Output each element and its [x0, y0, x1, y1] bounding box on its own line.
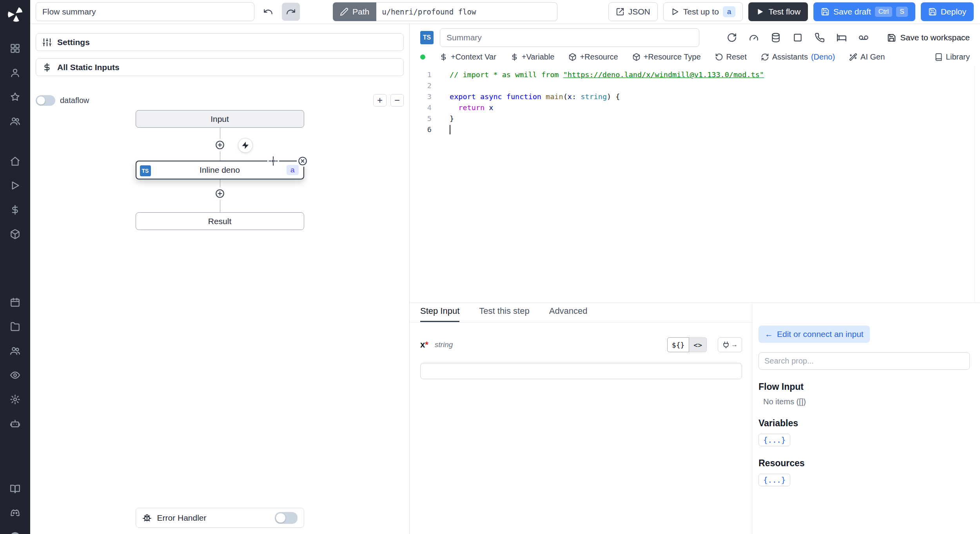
resources-object-button[interactable]: {...}	[759, 474, 790, 486]
ai-gen-button[interactable]: AI Gen	[849, 52, 885, 62]
arg-mode-toggle-group: ${} <>	[667, 337, 707, 352]
result-node[interactable]: Result	[136, 212, 304, 230]
json-button[interactable]: JSON	[608, 2, 658, 21]
phone-icon[interactable]	[815, 33, 825, 43]
insert-step-button[interactable]	[214, 139, 226, 151]
code-line-3[interactable]: 3export async function main(x: string) {	[410, 91, 980, 102]
home-icon[interactable]	[7, 154, 23, 168]
error-handler[interactable]: Error Handler	[136, 508, 304, 528]
github-icon[interactable]	[7, 530, 23, 534]
eye-icon[interactable]	[7, 367, 23, 382]
library-button[interactable]: Library	[935, 52, 970, 62]
expr-mode-button[interactable]: ${}	[667, 337, 690, 352]
resource-type-label: +Resource Type	[644, 52, 701, 62]
insert-step-button[interactable]	[214, 187, 226, 200]
deploy-button[interactable]: Deploy	[921, 2, 974, 21]
dataflow-toggle[interactable]	[36, 95, 55, 106]
users-icon[interactable]	[7, 343, 23, 358]
editor-scrollbar[interactable]	[975, 66, 980, 302]
toggle-knob	[276, 513, 285, 523]
database-icon[interactable]	[771, 33, 781, 43]
zoom-out-button[interactable]: −	[390, 94, 404, 107]
redo-button[interactable]	[282, 3, 300, 21]
ts-lang-badge: TS	[420, 31, 434, 44]
edit-path-button[interactable]: Path	[333, 2, 376, 21]
result-node-label: Result	[208, 217, 232, 226]
book-icon[interactable]	[7, 481, 23, 496]
search-prop-input[interactable]	[759, 352, 970, 370]
flow-summary-input[interactable]	[36, 2, 254, 21]
variables-heading: Variables	[759, 418, 970, 429]
code-line-6[interactable]: 6	[410, 124, 980, 135]
arg-x-value-input[interactable]	[420, 363, 742, 379]
path-input[interactable]	[376, 2, 557, 21]
calendar-icon[interactable]	[7, 295, 23, 310]
plus-circle-icon	[215, 140, 225, 150]
editor-header: TS Save to workspace	[410, 24, 980, 49]
code-line-5[interactable]: 5}	[410, 113, 980, 124]
assistants-button[interactable]: Assistants(Deno)	[761, 52, 835, 62]
edit-or-connect-button[interactable]: ← Edit or connect an input	[759, 326, 870, 343]
trigger-button[interactable]	[238, 138, 253, 153]
move-step-button[interactable]	[267, 155, 279, 167]
step-input-content: x * string ${} <> →	[410, 322, 752, 379]
add-context-var-button[interactable]: +Context Var	[439, 52, 496, 62]
gear-icon[interactable]	[7, 392, 23, 407]
reset-button[interactable]: Reset	[715, 52, 747, 62]
test-up-to-button[interactable]: Test up to a	[663, 2, 743, 21]
discord-icon[interactable]	[7, 505, 23, 520]
all-static-inputs-button[interactable]: All Static Inputs	[36, 58, 404, 76]
ts-lang-badge: TS	[140, 165, 151, 176]
inline-deno-node[interactable]: TS Inline deno a	[136, 161, 304, 179]
code-line-4[interactable]: 4 return x	[410, 102, 980, 113]
test-flow-button[interactable]: Test flow	[748, 2, 808, 21]
code-mode-button[interactable]: <>	[689, 337, 707, 352]
step-bottom-panel: Step Input Test this step Advanced x * s…	[410, 303, 980, 534]
summary-input[interactable]	[440, 28, 699, 47]
windmill-logo-icon[interactable]	[7, 5, 24, 23]
grid-icon[interactable]	[7, 41, 23, 56]
tab-test-this-step[interactable]: Test this step	[479, 306, 529, 322]
zoom-in-button[interactable]: +	[373, 94, 387, 107]
delete-step-button[interactable]	[297, 155, 309, 167]
folder-icon[interactable]	[7, 319, 23, 334]
refresh-icon[interactable]	[727, 33, 737, 43]
add-resource-button[interactable]: +Resource	[568, 52, 618, 62]
star-icon[interactable]	[7, 89, 23, 104]
flow-input-heading: Flow Input	[759, 382, 970, 392]
code-line-1[interactable]: 1// import * as wmill from "https://deno…	[410, 69, 980, 80]
connect-input-button[interactable]: →	[718, 337, 742, 352]
context-var-label: +Context Var	[451, 52, 496, 62]
dollar-icon	[42, 63, 52, 72]
content: Settings All Static Inputs dataflow + −	[30, 24, 980, 534]
variables-object-button[interactable]: {...}	[759, 434, 790, 446]
save-draft-button[interactable]: Save draft Ctrl S	[813, 2, 915, 21]
error-handler-toggle[interactable]	[275, 512, 298, 524]
dollar-icon[interactable]	[7, 202, 23, 217]
dollar-icon	[510, 53, 519, 61]
flow-toolbar-row: dataflow + −	[36, 94, 404, 107]
sidebar-group-1	[7, 154, 23, 251]
undo-button[interactable]	[259, 3, 277, 21]
resource-label: +Resource	[580, 52, 618, 62]
code-editor[interactable]: 1// import * as wmill from "https://deno…	[410, 66, 980, 303]
voicemail-icon[interactable]	[858, 33, 869, 43]
users-icon[interactable]	[7, 114, 23, 129]
robot-icon[interactable]	[7, 416, 23, 431]
deploy-label: Deploy	[941, 7, 966, 16]
tab-advanced[interactable]: Advanced	[549, 306, 588, 322]
gauge-icon[interactable]	[749, 33, 759, 43]
add-variable-button[interactable]: +Variable	[510, 52, 555, 62]
bed-icon[interactable]	[837, 33, 847, 43]
user-icon[interactable]	[7, 65, 23, 80]
play-icon[interactable]	[7, 178, 23, 193]
add-resource-type-button[interactable]: +Resource Type	[632, 52, 701, 62]
wand-icon	[849, 53, 857, 61]
code-line-2[interactable]: 2	[410, 80, 980, 91]
input-node[interactable]: Input	[136, 110, 304, 128]
tab-step-input[interactable]: Step Input	[420, 306, 459, 322]
save-to-workspace-button[interactable]: Save to workspace	[887, 33, 970, 42]
cube-icon[interactable]	[7, 226, 23, 241]
settings-button[interactable]: Settings	[36, 33, 404, 51]
checkbox-icon[interactable]	[793, 33, 803, 43]
